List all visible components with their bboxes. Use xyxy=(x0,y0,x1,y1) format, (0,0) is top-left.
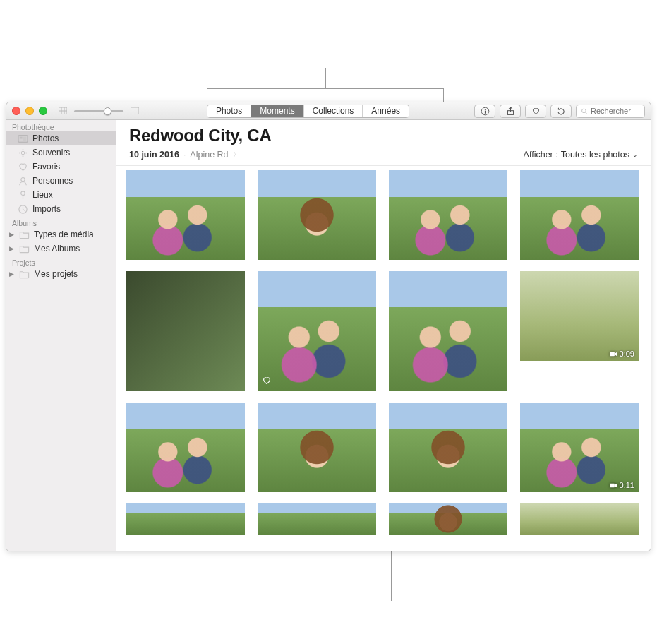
photo-thumbnail[interactable] xyxy=(389,402,507,492)
sidebar-item-personnes[interactable]: Personnes xyxy=(6,174,116,188)
view-tab-moments[interactable]: Moments xyxy=(251,105,303,117)
minimize-button[interactable] xyxy=(25,107,34,115)
sidebar-item-label: Types de média xyxy=(34,229,94,239)
moment-title: Redwood City, CA xyxy=(129,126,638,145)
sidebar-item-mes-projets[interactable]: ▶Mes projets xyxy=(6,267,116,281)
photo-thumbnail[interactable] xyxy=(258,503,376,535)
svg-point-19 xyxy=(21,177,25,181)
svg-line-10 xyxy=(586,112,587,114)
sidebar-item-lieux[interactable]: Lieux xyxy=(6,188,116,202)
sidebar-item-label: Imports xyxy=(32,204,61,214)
clock-icon xyxy=(18,204,28,215)
video-duration-badge: 0:09 xyxy=(610,350,634,358)
folder-icon xyxy=(19,244,30,254)
svg-point-16 xyxy=(25,152,27,153)
svg-rect-23 xyxy=(610,352,614,356)
moment-location: Alpine Rd xyxy=(190,150,228,160)
moment-meta[interactable]: 10 juin 2016 · Alpine Rd 〉 xyxy=(129,150,240,160)
view-tab-collections[interactable]: Collections xyxy=(304,105,363,117)
svg-rect-7 xyxy=(484,110,485,113)
sidebar-section-header: Projets xyxy=(6,256,116,267)
person-icon xyxy=(18,176,28,186)
svg-point-6 xyxy=(484,109,486,110)
sidebar-item-label: Mes projets xyxy=(34,269,78,279)
photo-thumbnail[interactable] xyxy=(258,170,376,260)
rotate-button[interactable] xyxy=(550,105,572,118)
sidebar-item-label: Lieux xyxy=(32,190,53,200)
photo-thumbnail[interactable] xyxy=(389,271,507,391)
callout-line xyxy=(102,68,102,102)
svg-point-14 xyxy=(21,151,25,155)
thumbnail-large-icon xyxy=(131,107,139,114)
photo-thumbnail[interactable] xyxy=(258,271,376,391)
search-field[interactable] xyxy=(576,105,645,118)
disclosure-triangle-icon[interactable]: ▶ xyxy=(9,231,15,238)
view-tab-photos[interactable]: Photos xyxy=(207,105,251,117)
svg-rect-13 xyxy=(23,136,27,141)
favorite-button[interactable] xyxy=(525,105,546,118)
sidebar-item-mes-albums[interactable]: ▶Mes Albums xyxy=(6,242,116,256)
sidebar-item-photos[interactable]: Photos xyxy=(6,131,116,145)
search-icon xyxy=(581,107,588,115)
sidebar-item-label: Mes Albums xyxy=(34,244,80,254)
disclosure-triangle-icon[interactable]: ▶ xyxy=(9,270,15,278)
photo-thumbnail[interactable] xyxy=(126,402,245,492)
filter-value: Toutes les photos xyxy=(561,150,629,160)
svg-rect-12 xyxy=(20,136,23,138)
view-tabs: PhotosMomentsCollectionsAnnées xyxy=(207,105,409,118)
photo-thumbnail[interactable] xyxy=(389,503,507,535)
heart-icon xyxy=(18,162,28,172)
chevron-down-icon: ⌄ xyxy=(632,151,638,158)
sidebar-section-header: Albums xyxy=(6,216,116,227)
sidebar-item-imports[interactable]: Imports xyxy=(6,202,116,216)
fullscreen-button[interactable] xyxy=(39,107,47,115)
sidebar: PhotothèquePhotosSouvenirsFavorisPersonn… xyxy=(6,120,116,551)
photo-thumbnail[interactable] xyxy=(126,271,245,391)
callout-line xyxy=(325,68,326,88)
disclosure-triangle-icon[interactable]: ▶ xyxy=(9,245,15,252)
titlebar: PhotosMomentsCollectionsAnnées xyxy=(6,102,651,120)
sidebar-item-label: Photos xyxy=(32,133,59,143)
view-tab-années[interactable]: Années xyxy=(363,105,409,117)
svg-point-18 xyxy=(23,155,24,157)
sidebar-item-types-de-média[interactable]: ▶Types de média xyxy=(6,227,116,242)
photo-thumbnail[interactable] xyxy=(126,170,245,260)
filter-menu[interactable]: Afficher : Toutes les photos ⌄ xyxy=(524,150,638,160)
filter-label: Afficher : xyxy=(524,150,558,160)
photo-grid: 0:090:11 xyxy=(116,166,651,551)
info-button[interactable] xyxy=(474,105,495,118)
close-button[interactable] xyxy=(12,107,20,115)
moment-header: Redwood City, CA xyxy=(116,120,651,147)
sidebar-item-label: Souvenirs xyxy=(32,148,70,157)
photo-thumbnail[interactable] xyxy=(389,170,507,260)
sidebar-item-label: Favoris xyxy=(32,162,60,172)
moment-date: 10 juin 2016 xyxy=(129,150,179,160)
thumbnail-zoom-slider[interactable] xyxy=(74,106,123,116)
main-content: Redwood City, CA 10 juin 2016 · Alpine R… xyxy=(116,120,651,551)
sidebar-item-souvenirs[interactable]: Souvenirs xyxy=(6,145,116,160)
svg-rect-4 xyxy=(131,107,139,114)
photos-icon xyxy=(18,133,28,144)
app-window: PhotosMomentsCollectionsAnnées Photothèq… xyxy=(6,102,651,551)
photo-thumbnail[interactable] xyxy=(520,503,639,535)
folder-icon xyxy=(19,229,30,240)
svg-point-17 xyxy=(23,148,24,150)
folder-icon xyxy=(19,269,30,280)
photo-thumbnail[interactable] xyxy=(258,402,376,492)
photo-thumbnail[interactable] xyxy=(520,170,639,260)
sidebar-section-header: Photothèque xyxy=(6,120,116,131)
svg-point-20 xyxy=(21,191,25,195)
sidebar-item-favoris[interactable]: Favoris xyxy=(6,160,116,174)
svg-point-9 xyxy=(582,109,586,113)
chevron-right-icon: 〉 xyxy=(233,150,240,160)
photo-thumbnail[interactable] xyxy=(126,503,245,535)
photo-thumbnail[interactable]: 0:09 xyxy=(520,271,639,361)
photo-thumbnail[interactable]: 0:11 xyxy=(520,402,639,492)
thumbnail-small-icon xyxy=(59,107,67,114)
callout-bracket xyxy=(207,88,444,89)
video-duration-badge: 0:11 xyxy=(610,481,634,489)
callout-line xyxy=(391,551,392,601)
share-button[interactable] xyxy=(500,105,521,118)
search-input[interactable] xyxy=(591,107,640,115)
sidebar-item-label: Personnes xyxy=(32,176,73,186)
